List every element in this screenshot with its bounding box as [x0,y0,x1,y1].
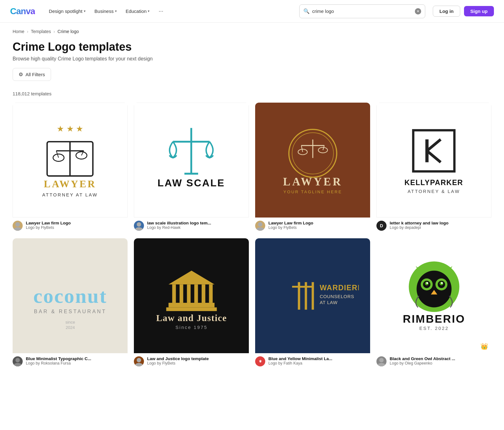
templates-grid: ★ ★ ★ LAWYER ATTORNEY AT LAW L [0,100,504,380]
template-count: 118,012 templates [0,91,504,100]
template-meta: Law and Justice logo template Logo by Fl… [147,356,249,365]
svg-text:RIMBERIO: RIMBERIO [403,312,465,325]
breadcrumb: Home › Templates › Crime logo [0,23,504,38]
filter-icon: ⚙ [19,71,23,77]
svg-point-65 [416,270,451,307]
nav-business[interactable]: Business ▾ [91,6,121,16]
chevron-down-icon: ▾ [84,9,86,13]
breadcrumb-current: Crime logo [58,29,79,34]
svg-marker-50 [169,270,215,284]
svg-line-26 [323,145,324,150]
chevron-down-icon: ▾ [148,9,150,13]
svg-text:BAR & RESTAURANT: BAR & RESTAURANT [34,308,106,314]
template-name: Black and Green Owl Abstract ... [390,356,491,361]
nav-more-button[interactable]: ··· [155,5,167,17]
template-name: Blue and Yellow Minimalist La... [268,356,370,361]
svg-text:WARDIERE: WARDIERE [319,284,358,292]
svg-point-18 [135,227,143,231]
avatar: D [376,221,387,231]
template-meta: law scale illustration logo tem... Logo … [147,221,249,230]
svg-rect-31 [413,130,455,172]
template-author: Logo by Oleg Gapeenko [390,361,491,365]
template-info: Lawyer Law firm Logo Logo by FlyBets [13,218,128,232]
all-filters-button[interactable]: ⚙ All Filters [13,68,51,81]
search-icon: 🔍 [303,8,310,14]
template-thumbnail: LAWYER YOUR TAGLINE HERE [255,103,370,218]
template-meta: Blue Minimalist Typographic C... Logo by… [26,356,128,365]
template-thumbnail: LAW SCALE [134,103,249,218]
login-button[interactable]: Log in [433,6,460,17]
template-card[interactable]: KELLYPARKER ATTORNEY & LAW D letter k at… [376,103,491,232]
svg-text:EST. 2022: EST. 2022 [419,326,449,331]
template-name: Lawyer Law firm Logo [26,221,128,225]
canva-logo[interactable]: Canva [10,6,35,16]
template-card[interactable]: RIMBERIO EST. 2022 👑 Black and Green Owl… [376,238,491,368]
nav-design-spotlight[interactable]: Design spotlight ▾ [45,6,89,16]
template-info: Blue Minimalist Typographic C... Logo by… [13,353,128,368]
svg-line-25 [301,145,302,152]
template-author: Logo by FlyBets [147,361,249,365]
template-author: Logo by depadepi [390,225,491,230]
template-author: Logo by Red-Hawk [147,225,249,230]
template-thumbnail: RIMBERIO EST. 2022 👑 [376,238,491,353]
template-author: Logo by FlyBets [268,225,370,230]
svg-point-75 [441,282,443,284]
svg-rect-48 [202,284,205,303]
svg-point-30 [256,227,264,231]
svg-text:★ ★ ★: ★ ★ ★ [57,124,83,133]
nav-design-spotlight-label: Design spotlight [49,8,83,14]
template-card[interactable]: LAW SCALE law scale illustration logo te… [134,103,249,232]
template-meta: Lawyer Law firm Logo Logo by FlyBets [268,221,370,230]
template-thumbnail: Law and Justice Since 1975 [134,238,249,353]
svg-point-12 [14,227,21,231]
svg-point-29 [258,222,262,227]
svg-rect-45 [180,284,183,303]
svg-text:COUNSELORS: COUNSELORS [319,294,354,299]
template-info: Lawyer Law firm Logo Logo by FlyBets [255,218,370,232]
template-thumbnail: ★ ★ ★ LAWYER ATTORNEY AT LAW [13,103,128,218]
template-card[interactable]: Law and Justice Since 1975 Law and Justi… [134,238,249,368]
template-author: Logo by Roksolana Fursa [26,361,128,365]
breadcrumb-templates[interactable]: Templates [31,29,51,34]
nav-education-label: Education [126,8,147,14]
crown-badge: 👑 [480,342,488,350]
svg-text:since: since [65,320,75,324]
avatar [13,356,23,366]
nav-education[interactable]: Education ▾ [122,6,154,16]
filter-label: All Filters [26,72,45,77]
chevron-down-icon: ▾ [115,9,117,13]
template-card[interactable]: coconut BAR & RESTAURANT since 2024 Blue… [13,238,128,368]
svg-rect-46 [187,284,191,303]
breadcrumb-sep-1: › [27,29,28,34]
template-info: Law and Justice logo template Logo by Fl… [134,353,249,368]
search-input[interactable] [312,8,412,14]
template-name: Law and Justice logo template [147,356,249,361]
clear-search-button[interactable]: ✕ [415,8,421,14]
svg-text:Law and Justice: Law and Justice [156,313,227,323]
template-meta: letter k attorney and law logo Logo by d… [390,221,491,230]
svg-point-54 [137,358,141,362]
svg-text:Since 1975: Since 1975 [175,325,207,330]
svg-line-34 [427,151,441,162]
svg-point-74 [426,282,428,284]
template-meta: Blue and Yellow Minimalist La... Logo by… [268,356,370,365]
template-meta: Black and Green Owl Abstract ... Logo by… [390,356,491,365]
template-card[interactable]: ★ ★ ★ LAWYER ATTORNEY AT LAW L [13,103,128,232]
svg-point-55 [135,363,143,366]
signup-button[interactable]: Sign up [464,6,494,16]
svg-point-41 [15,358,20,362]
breadcrumb-home[interactable]: Home [13,29,24,34]
svg-text:LAWYER: LAWYER [44,179,96,190]
nav-business-label: Business [94,8,114,14]
template-info: ⚜ Blue and Yellow Minimalist La... Logo … [255,353,370,368]
template-info: D letter k attorney and law logo Logo by… [376,218,491,232]
template-meta: Lawyer Law firm Logo Logo by FlyBets [26,221,128,230]
template-thumbnail: KELLYPARKER ATTORNEY & LAW [376,103,491,218]
svg-rect-51 [166,307,217,311]
template-info: Black and Green Owl Abstract ... Logo by… [376,353,491,368]
template-name: Blue Minimalist Typographic C... [26,356,128,361]
avatar [255,221,265,231]
template-card[interactable]: LAWYER YOUR TAGLINE HERE Lawyer Law firm… [255,103,370,232]
svg-text:KELLYPARKER: KELLYPARKER [404,178,463,187]
template-card[interactable]: WARDIERE COUNSELORS AT LAW ⚜ Blue and Ye… [255,238,370,368]
